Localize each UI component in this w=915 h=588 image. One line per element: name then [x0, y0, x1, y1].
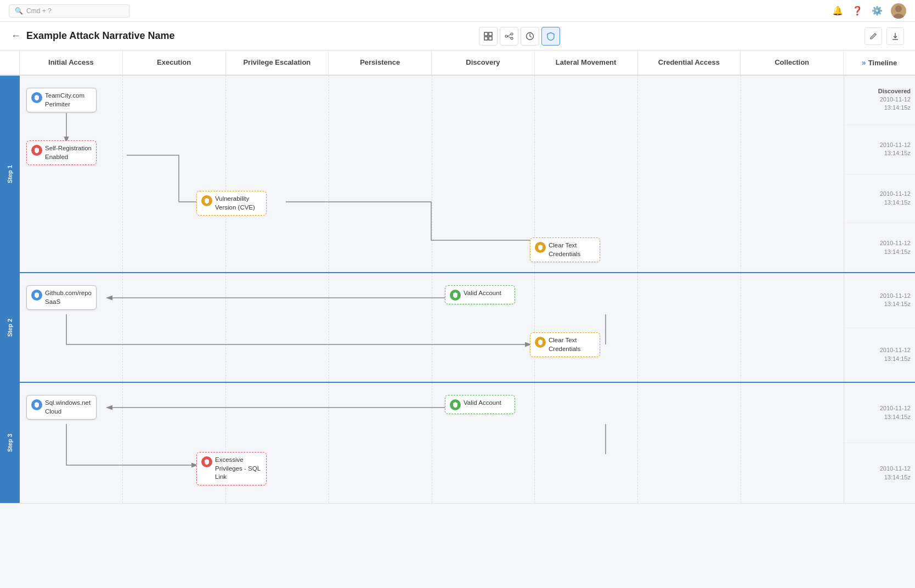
settings-icon[interactable]: ⚙️ — [871, 5, 883, 17]
svg-rect-4 — [484, 37, 488, 40]
tl-1-3: 2010-11-1213:14:15z — [844, 174, 915, 224]
header-actions — [865, 27, 904, 45]
connect-icon — [505, 32, 513, 41]
node-label-sql: Sql.windows.net Cloud — [45, 399, 92, 416]
col-timeline: » Timeline — [844, 50, 915, 75]
page-title: Example Attack Narrative Name — [26, 30, 174, 42]
col-initial-access: Initial Access — [20, 50, 123, 75]
step-2-row: Step 2 — [0, 273, 915, 383]
col-lateral-movement: Lateral Movement — [535, 50, 638, 75]
node-vulnerability[interactable]: Vulnerability Version (CVE) — [196, 191, 267, 216]
node-icon-teamcity — [31, 92, 42, 103]
node-label-excessive: Excessive Privileges - SQL Link — [215, 456, 262, 482]
col-collection: Collection — [741, 50, 844, 75]
step-1-timeline: Discovered 2010-11-1213:14:15z 2010-11-1… — [844, 76, 915, 272]
col-persistence: Persistence — [329, 50, 432, 75]
node-icon-cleartext-1 — [535, 242, 546, 253]
tl-3-2: 2010-11-1213:14:15z — [844, 443, 915, 503]
tl-1-4: 2010-11-1213:14:15z — [844, 223, 915, 272]
content-area: Initial Access Execution Privilege Escal… — [0, 50, 915, 588]
step-2-label: Step 2 — [0, 273, 20, 382]
node-icon-github — [31, 290, 42, 301]
node-icon-sql — [31, 399, 42, 410]
search-icon: 🔍 — [15, 7, 23, 15]
bell-icon[interactable]: 🔔 — [832, 5, 844, 17]
shield-view-button[interactable] — [541, 27, 560, 46]
svg-point-0 — [895, 5, 902, 12]
tl-2-1-time: 2010-11-1213:14:15z — [880, 292, 911, 309]
search-placeholder: Cmd + ? — [26, 7, 52, 15]
svg-line-13 — [530, 36, 532, 37]
grid-icon — [484, 32, 493, 41]
step-2-timeline: 2010-11-1213:14:15z 2010-11-1213:14:15z — [844, 273, 915, 382]
tl-1-3-time: 2010-11-1213:14:15z — [880, 190, 911, 207]
connect-view-button[interactable] — [500, 27, 518, 46]
column-headers: Initial Access Execution Privilege Escal… — [0, 50, 915, 76]
tl-1-1-time: 2010-11-1213:14:15z — [880, 95, 911, 112]
svg-point-6 — [505, 35, 507, 37]
node-github[interactable]: Github.com/repo SaaS — [26, 285, 97, 310]
tl-2-2-time: 2010-11-1213:14:15z — [880, 346, 911, 363]
svg-point-1 — [893, 14, 904, 19]
col-discovery: Discovery — [432, 50, 535, 75]
node-cleartext-2[interactable]: Clear Text Credentials — [530, 332, 600, 357]
shield-icon — [546, 32, 555, 41]
node-label-vulnerability: Vulnerability Version (CVE) — [215, 195, 262, 212]
page-header: ← Example Attack Narrative Name — [0, 22, 915, 50]
search-bar[interactable]: 🔍 Cmd + ? — [9, 4, 129, 18]
node-valid-account-1[interactable]: Valid Account — [445, 285, 515, 304]
help-icon[interactable]: ❓ — [851, 5, 863, 17]
diagram-scroll[interactable]: Initial Access Execution Privilege Escal… — [0, 50, 915, 588]
node-icon-vulnerability — [201, 195, 212, 206]
node-label-cleartext-1: Clear Text Credentials — [549, 241, 595, 258]
step-1-row: Step 1 — [0, 76, 915, 273]
tl-1-1: Discovered 2010-11-1213:14:15z — [844, 76, 915, 125]
node-label-self-reg: Self-Registration Enabled — [45, 144, 92, 161]
node-icon-self-reg — [31, 145, 42, 156]
tl-1-4-time: 2010-11-1213:14:15z — [880, 239, 911, 256]
step-3-content: Sql.windows.net Cloud Valid Account — [20, 383, 915, 503]
step-3-row: Step 3 — [0, 383, 915, 504]
svg-point-7 — [511, 33, 513, 35]
tl-1-2-time: 2010-11-1213:14:15z — [880, 141, 911, 158]
grid-view-button[interactable] — [479, 27, 498, 46]
svg-line-9 — [507, 34, 511, 36]
back-button[interactable]: ← — [11, 30, 21, 42]
tl-1-1-title: Discovered — [878, 88, 911, 94]
page-title-area: ← Example Attack Narrative Name — [11, 30, 174, 42]
timeline-view-button[interactable] — [521, 27, 539, 46]
node-excessive-privileges[interactable]: Excessive Privileges - SQL Link — [196, 452, 267, 485]
edit-button[interactable] — [865, 27, 882, 45]
step-1-content: TeamCity.com Perimiter Self-Registration… — [20, 76, 915, 272]
tl-3-2-time: 2010-11-1213:14:15z — [880, 465, 911, 482]
download-button[interactable] — [886, 27, 904, 45]
step-3-connectors — [20, 383, 844, 503]
node-icon-valid-2 — [450, 399, 461, 410]
step-2-bg-cols — [20, 273, 844, 382]
step-2-content: Github.com/repo SaaS Valid Account — [20, 273, 915, 382]
node-sql[interactable]: Sql.windows.net Cloud — [26, 395, 97, 420]
node-self-registration[interactable]: Self-Registration Enabled — [26, 140, 97, 165]
tl-2-1: 2010-11-1213:14:15z — [844, 273, 915, 328]
step-1-connectors — [20, 76, 844, 272]
node-teamcity[interactable]: TeamCity.com Perimiter — [26, 88, 97, 112]
tl-1-2: 2010-11-1213:14:15z — [844, 125, 915, 174]
svg-rect-5 — [489, 37, 492, 40]
avatar[interactable] — [891, 3, 906, 19]
svg-point-8 — [511, 37, 513, 39]
node-label-github: Github.com/repo SaaS — [45, 289, 92, 306]
node-valid-account-2[interactable]: Valid Account — [445, 395, 515, 414]
node-label-valid-1: Valid Account — [464, 289, 501, 298]
node-label-valid-2: Valid Account — [464, 399, 501, 408]
col-privilege-escalation: Privilege Escalation — [226, 50, 329, 75]
node-cleartext-1[interactable]: Clear Text Credentials — [530, 238, 600, 262]
page: 🔍 Cmd + ? 🔔 ❓ ⚙️ ← Example Attack Narrat… — [0, 0, 915, 588]
svg-rect-3 — [489, 32, 492, 36]
node-icon-valid-1 — [450, 290, 461, 301]
tl-3-1-time: 2010-11-1213:14:15z — [880, 404, 911, 421]
svg-rect-2 — [484, 32, 488, 36]
node-label-teamcity: TeamCity.com Perimiter — [45, 92, 92, 109]
step-1-label: Step 1 — [0, 76, 20, 272]
topbar: 🔍 Cmd + ? 🔔 ❓ ⚙️ — [0, 0, 915, 22]
svg-line-10 — [507, 36, 511, 38]
